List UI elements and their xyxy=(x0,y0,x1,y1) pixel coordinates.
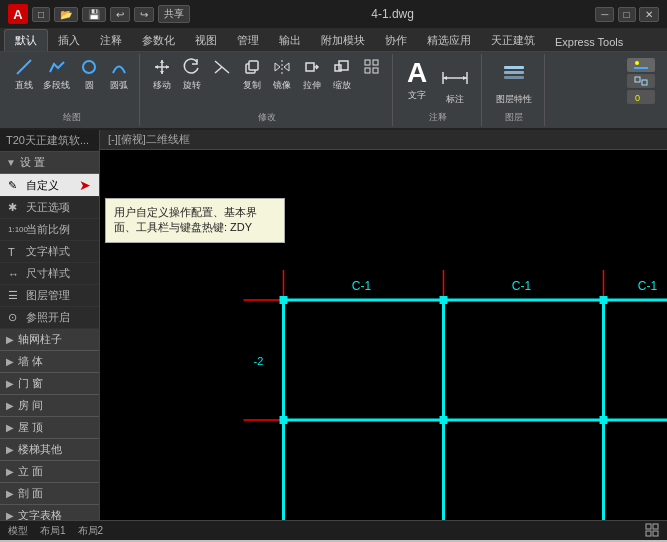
sidebar-item-scale[interactable]: 1:100 当前比例 xyxy=(0,219,99,241)
mirror-button[interactable]: 镜像 xyxy=(268,56,296,109)
minimize-button[interactable]: ─ xyxy=(595,7,614,22)
svg-text:-2: -2 xyxy=(254,355,264,367)
sidebar-section-table[interactable]: ▶ 文字表格 xyxy=(0,505,99,520)
stair-label: 楼梯其他 xyxy=(18,442,62,457)
status-layout1[interactable]: 布局1 xyxy=(40,524,66,538)
redo-button[interactable]: ↪ xyxy=(134,7,154,22)
new-button[interactable]: □ xyxy=(32,7,50,22)
sidebar-section-room[interactable]: ▶ 房 间 xyxy=(0,395,99,417)
polyline-button[interactable]: 多段线 xyxy=(40,56,73,109)
extra-btn-1[interactable] xyxy=(627,58,655,72)
svg-point-22 xyxy=(635,61,639,65)
options-icon: ✱ xyxy=(8,201,22,214)
open-button[interactable]: 📂 xyxy=(54,7,78,22)
arc-button[interactable]: 圆弧 xyxy=(105,56,133,109)
ribbon-panel: 直线 多段线 圆 圆弧 绘图 xyxy=(0,52,667,130)
circle-icon xyxy=(80,58,98,79)
scale-button[interactable]: 缩放 xyxy=(328,56,356,109)
tab-addmodule[interactable]: 附加模块 xyxy=(311,30,375,51)
tab-collab[interactable]: 协作 xyxy=(375,30,417,51)
sidebar-item-layermgr[interactable]: ☰ 图层管理 xyxy=(0,285,99,307)
app-icon[interactable]: A xyxy=(8,4,28,24)
textstyle-label: 文字样式 xyxy=(26,244,70,259)
copy-button[interactable]: 复制 xyxy=(238,56,266,109)
status-model[interactable]: 模型 xyxy=(8,524,28,538)
ribbon-group-annotate: A 文字 标注 注释 xyxy=(395,54,482,126)
sidebar-item-options[interactable]: ✱ 天正选项 xyxy=(0,197,99,219)
axis-expand-icon: ▶ xyxy=(6,334,14,345)
sidebar-section-roof[interactable]: ▶ 屋 顶 xyxy=(0,417,99,439)
extra-btn-2[interactable] xyxy=(627,74,655,88)
status-layout2[interactable]: 布局2 xyxy=(78,524,104,538)
textstyle-icon: T xyxy=(8,246,22,258)
svg-line-3 xyxy=(215,67,222,73)
line-button[interactable]: 直线 xyxy=(10,56,38,109)
sidebar-item-dimstyle[interactable]: ↔ 尺寸样式 xyxy=(0,263,99,285)
cad-drawing: C-1 C-1 C-1 C-2 C-2 C-2 C-2 -2 M-1门 xyxy=(200,260,667,520)
tab-express[interactable]: Express Tools xyxy=(545,33,633,51)
wall-expand-icon: ▶ xyxy=(6,356,14,367)
status-bar: 模型 布局1 布局2 xyxy=(0,520,667,540)
sidebar-section-section[interactable]: ▶ 剖 面 xyxy=(0,483,99,505)
trim-button[interactable] xyxy=(208,56,236,109)
title-bar-left: A □ 📂 💾 ↩ ↪ 共享 xyxy=(8,4,190,24)
tab-featured[interactable]: 精选应用 xyxy=(417,30,481,51)
tab-output[interactable]: 输出 xyxy=(269,30,311,51)
layer-properties-button[interactable]: 图层特性 xyxy=(490,56,538,109)
svg-rect-15 xyxy=(373,68,378,73)
sidebar-section-stair[interactable]: ▶ 楼梯其他 xyxy=(0,439,99,461)
drawing-area[interactable]: [-][俯视]二维线框 1:100 xyxy=(100,130,667,520)
svg-rect-67 xyxy=(646,531,651,536)
save-button[interactable]: 💾 xyxy=(82,7,106,22)
scale-sidebar-icon: 1:100 xyxy=(8,225,22,234)
sidebar-section-axis[interactable]: ▶ 轴网柱子 xyxy=(0,329,99,351)
options-label: 天正选项 xyxy=(26,200,70,215)
dimstyle-label: 尺寸样式 xyxy=(26,266,70,281)
undo-button[interactable]: ↩ xyxy=(110,7,130,22)
svg-rect-56 xyxy=(600,416,608,424)
sidebar-item-textstyle[interactable]: T 文字样式 xyxy=(0,241,99,263)
annotate-buttons: A 文字 标注 xyxy=(401,56,475,109)
sidebar-section-settings[interactable]: ▼ 设 置 xyxy=(0,152,99,174)
dimension-button[interactable]: 标注 xyxy=(435,56,475,109)
extra-btn-3[interactable]: 0 xyxy=(627,90,655,104)
modify-label: 修改 xyxy=(258,109,276,124)
tab-annotate[interactable]: 注释 xyxy=(90,30,132,51)
arc-icon xyxy=(110,58,128,79)
tab-parametric[interactable]: 参数化 xyxy=(132,30,185,51)
text-icon: A xyxy=(407,58,427,89)
tab-view[interactable]: 视图 xyxy=(185,30,227,51)
stretch-button[interactable]: 拉伸 xyxy=(298,56,326,109)
svg-rect-52 xyxy=(600,296,608,304)
svg-rect-20 xyxy=(504,71,524,74)
circle-button[interactable]: 圆 xyxy=(75,56,103,109)
section-label: 剖 面 xyxy=(18,486,43,501)
sidebar-section-door[interactable]: ▶ 门 窗 xyxy=(0,373,99,395)
drawing-view-label: [-][俯视]二维线框 xyxy=(108,133,190,145)
tab-default[interactable]: 默认 xyxy=(4,29,48,51)
text-button[interactable]: A 文字 xyxy=(401,56,433,109)
layermgr-label: 图层管理 xyxy=(26,288,70,303)
svg-rect-13 xyxy=(373,60,378,65)
mirror-icon xyxy=(273,58,291,79)
wall-label: 墙 体 xyxy=(18,354,43,369)
svg-rect-24 xyxy=(635,77,640,82)
sidebar-item-customize[interactable]: ✎ 自定义 ➤ xyxy=(0,174,99,197)
customize-icon: ✎ xyxy=(8,179,22,192)
move-button[interactable]: 移动 xyxy=(148,56,176,109)
svg-text:C-1: C-1 xyxy=(352,279,372,293)
tab-tzjz[interactable]: 天正建筑 xyxy=(481,30,545,51)
close-button[interactable]: ✕ xyxy=(639,7,659,22)
array-icon xyxy=(363,58,381,79)
door-label: 门 窗 xyxy=(18,376,43,391)
tab-insert[interactable]: 插入 xyxy=(48,30,90,51)
maximize-button[interactable]: □ xyxy=(618,7,636,22)
share-button[interactable]: 共享 xyxy=(158,5,190,23)
sidebar-section-wall[interactable]: ▶ 墙 体 xyxy=(0,351,99,373)
rotate-button[interactable]: 旋转 xyxy=(178,56,206,109)
array-button[interactable] xyxy=(358,56,386,109)
tab-manage[interactable]: 管理 xyxy=(227,30,269,51)
dimstyle-icon: ↔ xyxy=(8,268,22,280)
sidebar-item-ref[interactable]: ⊙ 参照开启 xyxy=(0,307,99,329)
sidebar-section-elevation[interactable]: ▶ 立 面 xyxy=(0,461,99,483)
